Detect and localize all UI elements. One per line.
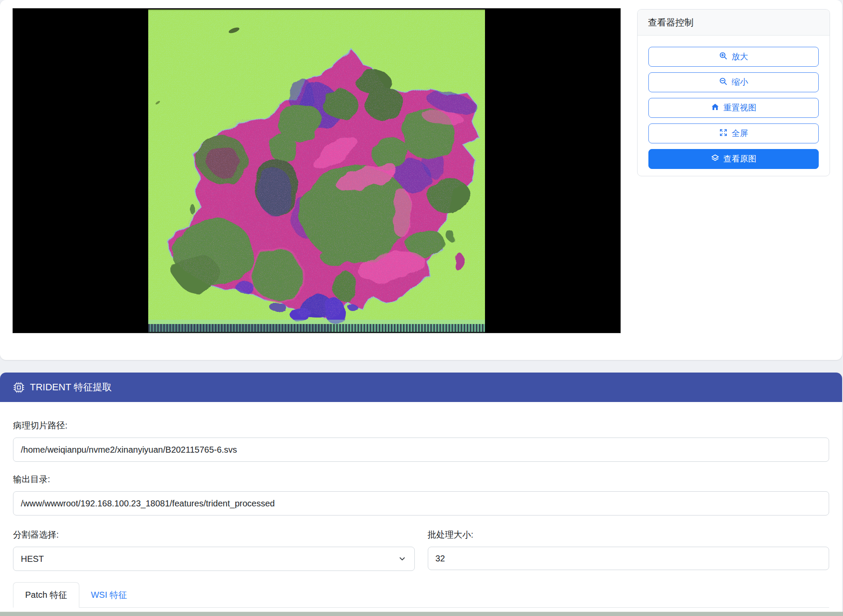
trident-extraction-header: TRIDENT 特征提取 bbox=[0, 373, 842, 402]
slide-path-label: 病理切片路径: bbox=[13, 402, 829, 431]
zoom-in-button[interactable]: 放大 bbox=[648, 47, 819, 67]
home-icon bbox=[711, 103, 719, 113]
tab-wsi-features[interactable]: WSI 特征 bbox=[79, 583, 139, 607]
batch-size-input[interactable] bbox=[428, 547, 830, 570]
fullscreen-button[interactable]: 全屏 bbox=[648, 123, 819, 143]
viewer-card: 查看器控制 放大 缩小 重置视图 全屏 查看原图 bbox=[0, 0, 842, 360]
zoom-out-button[interactable]: 缩小 bbox=[648, 72, 819, 92]
view-original-button[interactable]: 查看原图 bbox=[648, 149, 819, 169]
slide-image bbox=[148, 10, 485, 333]
tab-patch-features[interactable]: Patch 特征 bbox=[13, 582, 79, 608]
wsi-viewer-canvas[interactable] bbox=[13, 8, 621, 333]
reset-view-button[interactable]: 重置视图 bbox=[648, 98, 819, 118]
trident-extraction-title: TRIDENT 特征提取 bbox=[30, 381, 112, 394]
segmenter-label: 分割器选择: bbox=[13, 529, 415, 540]
slide-path-input[interactable] bbox=[13, 438, 829, 462]
segmenter-selected-value: HEST bbox=[21, 554, 44, 564]
output-dir-label: 输出目录: bbox=[13, 474, 829, 484]
output-dir-input[interactable] bbox=[13, 491, 829, 515]
fullscreen-label: 全屏 bbox=[732, 128, 748, 139]
fullscreen-icon bbox=[719, 128, 728, 139]
segmenter-select[interactable]: HEST bbox=[13, 547, 415, 571]
trident-extraction-card: TRIDENT 特征提取 病理切片路径: 输出目录: 分割器选择: HEST 批… bbox=[0, 373, 842, 616]
batch-size-label: 批处理大小: bbox=[428, 529, 830, 540]
reset-view-label: 重置视图 bbox=[723, 102, 756, 113]
zoom-out-label: 缩小 bbox=[732, 77, 748, 88]
feature-tabs: Patch 特征 WSI 特征 bbox=[13, 582, 829, 608]
chevron-down-icon bbox=[399, 555, 406, 562]
cpu-chip-icon bbox=[13, 382, 25, 393]
zoom-in-label: 放大 bbox=[732, 51, 748, 62]
layers-icon bbox=[711, 154, 719, 165]
zoom-in-icon bbox=[719, 52, 728, 62]
viewer-controls-title: 查看器控制 bbox=[638, 10, 830, 36]
bottom-edge-strip bbox=[0, 612, 843, 616]
viewer-controls-panel: 查看器控制 放大 缩小 重置视图 全屏 查看原图 bbox=[637, 9, 830, 176]
view-original-label: 查看原图 bbox=[723, 153, 756, 165]
zoom-out-icon bbox=[719, 77, 728, 88]
